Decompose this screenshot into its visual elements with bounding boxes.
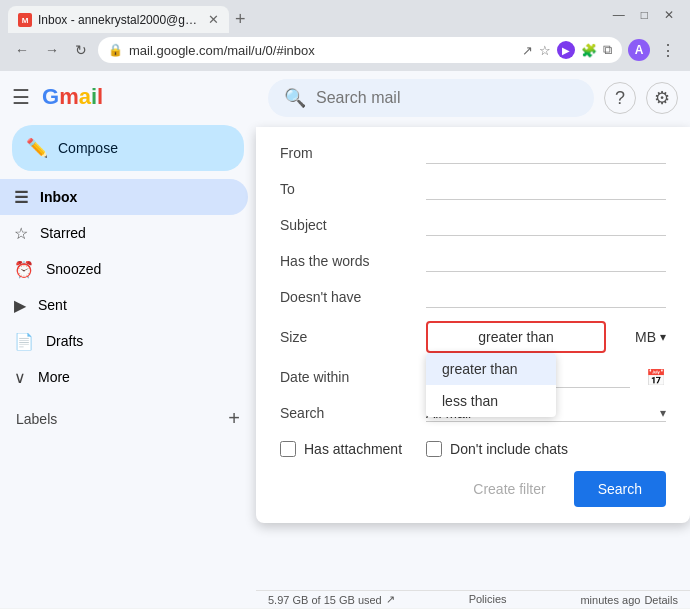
profile-avatar[interactable]: A [628, 39, 650, 61]
lock-icon: 🔒 [108, 43, 123, 57]
snoozed-icon: ⏰ [14, 260, 34, 279]
size-unit-arrow: ▾ [660, 330, 666, 344]
sidebar-item-snoozed[interactable]: ⏰ Snoozed [0, 251, 248, 287]
forward-button[interactable]: → [40, 39, 64, 61]
create-filter-button[interactable]: Create filter [457, 473, 561, 505]
tab-bar: M Inbox - annekrystal2000@gmail... ✕ + —… [0, 0, 690, 33]
main-content: 🔍 ? ⚙ From To Subject [256, 71, 690, 608]
settings-icon[interactable]: ⚙ [646, 82, 678, 114]
filter-to-row: To [256, 171, 690, 207]
sidebar: ☰ Gmail ✏️ Compose ☰ Inbox ☆ Starred ⏰ S… [0, 71, 256, 608]
address-bar-actions: ↗ ☆ ▶ 🧩 ⧉ [522, 41, 612, 59]
size-option-greater[interactable]: greater than [426, 353, 556, 385]
has-attachment-checkbox-label[interactable]: Has attachment [280, 441, 402, 457]
svg-text:M: M [22, 16, 29, 25]
back-button[interactable]: ← [10, 39, 34, 61]
compose-button[interactable]: ✏️ Compose [12, 125, 244, 171]
search-in-arrow: ▾ [660, 406, 666, 420]
gmail-body: ☰ Gmail ✏️ Compose ☰ Inbox ☆ Starred ⏰ S… [0, 71, 690, 608]
puzzle-icon[interactable]: 🧩 [581, 43, 597, 58]
url-bar[interactable]: 🔒 mail.google.com/mail/u/0/#inbox ↗ ☆ ▶ … [98, 37, 622, 63]
menu-icon[interactable]: ⋮ [656, 41, 680, 60]
url-text: mail.google.com/mail/u/0/#inbox [129, 43, 516, 58]
compose-label: Compose [58, 140, 118, 156]
has-words-input[interactable] [426, 251, 666, 272]
size-selector-container: greater than greater than less than [426, 321, 666, 353]
details-link[interactable]: Details [644, 594, 678, 606]
search-button[interactable]: Search [574, 471, 666, 507]
sent-icon: ▶ [14, 296, 26, 315]
sidebar-item-drafts[interactable]: 📄 Drafts [0, 323, 248, 359]
size-selected-text: greater than [478, 329, 554, 345]
external-link-icon[interactable]: ↗ [386, 593, 395, 606]
last-activity-info: minutes ago Details [580, 593, 678, 606]
play-icon[interactable]: ▶ [557, 41, 575, 59]
tab-close-icon[interactable]: ✕ [208, 12, 219, 27]
drafts-icon: 📄 [14, 332, 34, 351]
starred-label: Starred [40, 225, 86, 241]
search-input[interactable] [316, 89, 578, 107]
sidebar-item-starred[interactable]: ☆ Starred [0, 215, 248, 251]
size-dropdown-selected[interactable]: greater than [426, 321, 606, 353]
date-within-label: Date within [280, 369, 410, 385]
size-option-less[interactable]: less than [426, 385, 556, 417]
new-tab-button[interactable]: + [229, 7, 252, 32]
share-icon[interactable]: ↗ [522, 43, 533, 58]
minimize-button[interactable]: — [605, 6, 633, 24]
to-label: To [280, 181, 410, 197]
calendar-icon[interactable]: 📅 [646, 368, 666, 387]
snoozed-label: Snoozed [46, 261, 101, 277]
checkbox-row: Has attachment Don't include chats [256, 431, 690, 467]
from-input[interactable] [426, 143, 666, 164]
more-label: More [38, 369, 70, 385]
address-bar: ← → ↻ 🔒 mail.google.com/mail/u/0/#inbox … [0, 33, 690, 71]
window-icon[interactable]: ⧉ [603, 42, 612, 58]
filter-subject-row: Subject [256, 207, 690, 243]
no-chats-checkbox[interactable] [426, 441, 442, 457]
reload-button[interactable]: ↻ [70, 39, 92, 61]
policies-link[interactable]: Policies [469, 593, 507, 606]
more-icon: ∨ [14, 368, 26, 387]
help-icon[interactable]: ? [604, 82, 636, 114]
hamburger-button[interactable]: ☰ [8, 81, 34, 113]
drafts-label: Drafts [46, 333, 83, 349]
search-bar[interactable]: 🔍 [268, 79, 594, 117]
inbox-label: Inbox [40, 189, 77, 205]
sidebar-item-inbox[interactable]: ☰ Inbox [0, 179, 248, 215]
bookmark-icon[interactable]: ☆ [539, 43, 551, 58]
action-row: Create filter Search [256, 467, 690, 511]
has-attachment-checkbox[interactable] [280, 441, 296, 457]
filter-doesnt-have-row: Doesn't have [256, 279, 690, 315]
size-unit-text: MB [635, 329, 656, 345]
doesnt-have-label: Doesn't have [280, 289, 410, 305]
size-dropdown-menu: greater than less than [426, 353, 556, 417]
filter-from-row: From [256, 135, 690, 171]
size-unit-selector[interactable]: MB ▾ [635, 329, 666, 345]
no-chats-label: Don't include chats [450, 441, 568, 457]
has-words-label: Has the words [280, 253, 410, 269]
labels-add-button[interactable]: + [228, 407, 240, 430]
doesnt-have-input[interactable] [426, 287, 666, 308]
active-tab[interactable]: M Inbox - annekrystal2000@gmail... ✕ [8, 6, 229, 33]
browser-chrome: M Inbox - annekrystal2000@gmail... ✕ + —… [0, 0, 690, 71]
from-label: From [280, 145, 410, 161]
close-button[interactable]: ✕ [656, 6, 682, 24]
gmail-logo: Gmail [42, 84, 103, 110]
storage-text: 5.97 GB of 15 GB used [268, 594, 382, 606]
inbox-icon: ☰ [14, 188, 28, 207]
labels-header: Labels [16, 411, 57, 427]
filter-has-words-row: Has the words [256, 243, 690, 279]
compose-icon: ✏️ [26, 137, 48, 159]
has-attachment-label: Has attachment [304, 441, 402, 457]
search-icon: 🔍 [284, 87, 306, 109]
subject-input[interactable] [426, 215, 666, 236]
sidebar-item-more[interactable]: ∨ More [0, 359, 248, 395]
search-area: 🔍 ? ⚙ [256, 71, 690, 125]
sidebar-item-sent[interactable]: ▶ Sent [0, 287, 248, 323]
search-in-label: Search [280, 405, 410, 421]
to-input[interactable] [426, 179, 666, 200]
filter-size-row: Size greater than greater than less than… [256, 315, 690, 359]
no-chats-checkbox-label[interactable]: Don't include chats [426, 441, 568, 457]
maximize-button[interactable]: □ [633, 6, 656, 24]
sent-label: Sent [38, 297, 67, 313]
